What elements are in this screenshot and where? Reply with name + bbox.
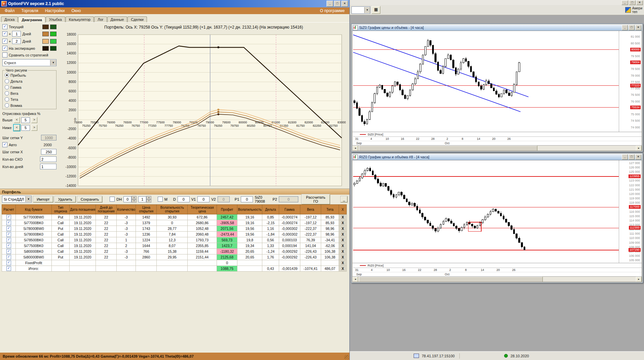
row-delete-button[interactable]: X [339, 232, 347, 237]
dh-value-2[interactable] [138, 196, 146, 202]
radio-delta[interactable] [5, 79, 9, 83]
grid-tool-button[interactable]: ▦ [372, 6, 380, 14]
ri-candle-chart[interactable] [353, 160, 619, 263]
column-header[interactable]: Волатильность [237, 205, 262, 214]
column-header[interactable]: Код бумаги [16, 205, 52, 214]
chevron-down-icon[interactable]: ▾ [364, 7, 370, 13]
radio-vega[interactable] [5, 91, 9, 95]
si-scrollbar[interactable]: ◄ ► [352, 145, 642, 151]
tab-data[interactable]: Данные [107, 16, 127, 22]
checkbox-plus2[interactable]: ✓ [2, 39, 7, 44]
strategy-select[interactable]: Стрнгл ▾ [2, 59, 56, 66]
collapse-button[interactable]: _ [341, 196, 347, 202]
title-bar[interactable]: F OptionFVV версия 2.1 public _ □ × [0, 0, 349, 7]
tab-board[interactable]: Доска [1, 16, 18, 22]
dh-value-1[interactable] [123, 196, 131, 202]
scroll-right-icon[interactable]: ► [636, 146, 642, 151]
column-header[interactable]: Вега [300, 205, 321, 214]
maximize-button[interactable]: □ [334, 1, 341, 7]
resize-grip[interactable] [344, 355, 349, 359]
days-count-input[interactable] [40, 164, 56, 169]
row-checkbox[interactable]: ✓ [6, 215, 11, 219]
calc-go-button[interactable]: Рассчитать ГО [302, 194, 330, 204]
close-button[interactable]: × [635, 154, 641, 160]
row-delete-button[interactable]: X [339, 214, 347, 220]
row-delete-button[interactable]: X [339, 266, 347, 272]
column-header[interactable]: Теоретическая цена [188, 205, 217, 214]
column-header[interactable]: Профит [217, 205, 237, 214]
tab-smile[interactable]: Улыбка [46, 16, 65, 22]
radio-gamma[interactable] [5, 85, 9, 89]
checkbox-dh[interactable] [110, 197, 115, 202]
minimize-button[interactable]: _ [327, 1, 333, 7]
spin-down-icon[interactable]: ▼ [146, 199, 151, 203]
portfolio-select[interactable]: Si СтреДДЛ ▾ [2, 196, 32, 203]
tab-diagram[interactable]: Диаграмма [18, 16, 45, 23]
chevron-down-icon[interactable]: ▾ [50, 60, 56, 66]
menu-file[interactable]: Файл [1, 8, 18, 13]
column-header[interactable]: Тета [321, 205, 339, 214]
column-header[interactable]: Цена открытия [136, 205, 157, 214]
d-input[interactable] [178, 196, 190, 202]
column-header[interactable]: Гамма [279, 205, 300, 214]
minimize-button[interactable]: _ [622, 25, 628, 30]
column-header[interactable]: Волатильность открытия [157, 205, 188, 214]
maximize-button[interactable]: □ [629, 154, 635, 160]
tab-calculator[interactable]: Калькулятор [66, 16, 94, 22]
row-checkbox[interactable]: ✓ [6, 249, 11, 254]
p1-input[interactable] [241, 196, 253, 202]
checkbox-m[interactable] [158, 197, 163, 202]
column-header[interactable]: Дата погашения [70, 205, 96, 214]
checkbox-plus1[interactable]: ✓ [2, 31, 7, 36]
v1-input[interactable] [197, 196, 210, 202]
scroll-left-icon[interactable]: ◄ [352, 277, 358, 282]
row-checkbox[interactable]: ✓ [6, 221, 11, 225]
si-candle-chart[interactable] [353, 31, 619, 132]
grid-x-input[interactable] [41, 149, 56, 155]
spin-up-icon[interactable]: ▲ [131, 196, 137, 199]
below-increase-button[interactable]: > [31, 125, 37, 131]
checkbox-expiration[interactable]: ✓ [2, 46, 7, 51]
tab-log[interactable]: Лог [94, 16, 107, 22]
row-checkbox[interactable]: ✓ [6, 261, 11, 265]
import-button[interactable]: Импорт [33, 196, 53, 202]
radio-vomma[interactable] [5, 103, 9, 108]
spin-down-icon[interactable]: ▼ [131, 199, 137, 203]
scroll-thumb[interactable] [359, 277, 543, 282]
row-delete-button[interactable]: X [339, 220, 347, 226]
menu-about[interactable]: О программе [317, 8, 348, 13]
above-decrease-button[interactable]: < [14, 117, 20, 123]
column-header[interactable]: Дней до погашения [96, 205, 117, 214]
days1-input[interactable] [12, 31, 21, 37]
column-header[interactable]: Количество [116, 205, 136, 214]
terminal-combo[interactable]: ▾ [351, 6, 370, 14]
scroll-right-icon[interactable]: ► [636, 277, 642, 282]
save-button[interactable]: Сохранить [77, 196, 103, 202]
row-checkbox[interactable]: ✓ [6, 226, 11, 231]
chevron-down-icon[interactable]: ▾ [25, 196, 31, 202]
close-button[interactable]: × [341, 1, 348, 7]
scroll-left-icon[interactable]: ◄ [352, 146, 358, 151]
radio-profit[interactable] [5, 73, 9, 77]
scroll-thumb[interactable] [359, 146, 537, 151]
row-checkbox[interactable]: ✓ [6, 255, 11, 259]
row-delete-button[interactable]: X [339, 260, 347, 266]
row-delete-button[interactable]: X [339, 254, 347, 260]
column-header[interactable]: Тип опциона [51, 205, 69, 214]
maximize-button[interactable]: □ [629, 25, 635, 30]
below-decrease-button[interactable]: < [14, 125, 20, 131]
delete-button[interactable]: Удалить [55, 196, 76, 202]
row-delete-button[interactable]: X [339, 243, 347, 249]
close-button[interactable]: × [635, 25, 641, 30]
ri-scrollbar[interactable]: ◄ ► [352, 276, 642, 282]
si-window-titlebar[interactable]: SiZ0 График цены и объёма - [4 часа] _ □… [352, 25, 642, 31]
menu-trade[interactable]: Торговля [18, 8, 42, 13]
column-header[interactable]: Дельта [262, 205, 279, 214]
payoff-chart[interactable]: -14000-12000-10000-8000-6000-4000-200002… [59, 31, 346, 188]
radio-theta[interactable] [5, 97, 9, 102]
checkbox-auto[interactable]: ✓ [2, 142, 7, 147]
tab-deals[interactable]: Сделки [127, 16, 147, 22]
row-checkbox[interactable]: ✓ [6, 238, 11, 242]
above-input[interactable] [21, 117, 30, 123]
maximize-button[interactable]: □ [629, 0, 636, 5]
